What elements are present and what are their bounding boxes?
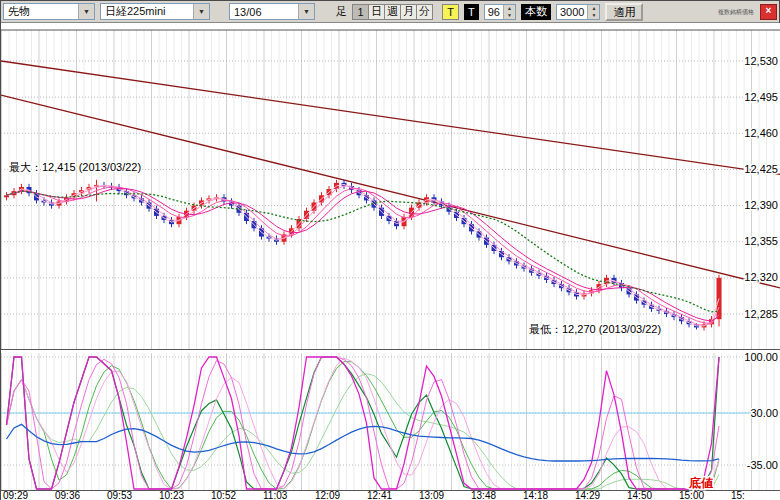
contract-month-value: 13/06 <box>234 6 262 18</box>
svg-text:12,495: 12,495 <box>744 91 778 103</box>
tick-count-value: 96 <box>485 5 503 19</box>
ma-ribbon-layer <box>7 184 720 326</box>
spin-down-icon[interactable]: ▼ <box>504 12 515 19</box>
svg-text:-35.00: -35.00 <box>747 459 778 471</box>
period-label: 足 <box>336 4 347 19</box>
svg-text:12,390: 12,390 <box>744 199 778 211</box>
green-ma-line <box>7 191 720 312</box>
dropdown-arrow-icon[interactable]: ▼ <box>298 4 314 19</box>
oscillator-layer <box>1 357 780 489</box>
period-button-minute[interactable]: 分 <box>416 4 433 20</box>
bottom-price-annotation: 底値 <box>688 476 714 490</box>
svg-text:14:18: 14:18 <box>523 490 548 500</box>
long-ma-upper <box>1 61 780 175</box>
svg-text:12,320: 12,320 <box>744 271 778 283</box>
period-button-day[interactable]: 日 <box>368 4 385 20</box>
time-axis: 09:2909:3609:5310:2310:5211:0312:0912:41… <box>3 490 745 500</box>
svg-text:15:00: 15:00 <box>679 490 704 500</box>
symbol-value: 日経225mini <box>105 4 166 19</box>
candles-layer <box>4 180 722 331</box>
tick-toggle-button[interactable]: T <box>442 4 459 20</box>
symbol-select[interactable]: 日経225mini ▼ <box>100 3 210 20</box>
toolbar-corner: 複数銘柄価格 × <box>718 4 777 20</box>
svg-text:09:53: 09:53 <box>107 490 132 500</box>
period-button-week[interactable]: 週 <box>384 4 401 20</box>
period-button-month[interactable]: 月 <box>400 4 417 20</box>
long-ma-lower <box>1 95 780 288</box>
instrument-select[interactable]: 先物 ▼ <box>3 3 95 20</box>
svg-text:12,425: 12,425 <box>744 163 778 175</box>
corner-caption: 複数銘柄価格 <box>718 9 758 15</box>
svg-text:15:: 15: <box>731 490 745 500</box>
period-button-group: 1 日 週 月 分 <box>352 4 433 20</box>
svg-text:10:52: 10:52 <box>211 490 236 500</box>
svg-text:12,460: 12,460 <box>744 127 778 139</box>
instrument-value: 先物 <box>8 4 30 19</box>
svg-text:13:48: 13:48 <box>471 490 496 500</box>
tick-count-stepper[interactable]: 96 ▲ ▼ <box>484 4 516 20</box>
min-annotation: 最低：12,270 (2013/03/22) <box>529 323 661 335</box>
period-button-1[interactable]: 1 <box>352 4 369 20</box>
svg-text:09:29: 09:29 <box>3 490 28 500</box>
chart-window: 先物 ▼ 日経225mini ▼ 13/06 ▼ 足 1 日 週 月 分 T T… <box>0 0 780 500</box>
svg-text:09:36: 09:36 <box>55 490 80 500</box>
svg-text:13:09: 13:09 <box>419 490 444 500</box>
bar-count-stepper[interactable]: 3000 ▲ ▼ <box>556 4 600 20</box>
chart-area: 12,53012,49512,46012,42512,39012,35512,3… <box>1 23 780 500</box>
svg-text:30.00: 30.00 <box>750 407 778 419</box>
spin-down-icon[interactable]: ▼ <box>588 12 599 19</box>
svg-text:10:23: 10:23 <box>159 490 184 500</box>
svg-text:12:41: 12:41 <box>367 490 392 500</box>
svg-text:12,355: 12,355 <box>744 235 778 247</box>
svg-text:11:03: 11:03 <box>263 490 288 500</box>
bar-count-label: 本数 <box>521 4 551 20</box>
apply-button[interactable]: 適用 <box>605 3 643 21</box>
price-chart-svg: 12,53012,49512,46012,42512,39012,35512,3… <box>1 23 780 500</box>
dropdown-arrow-icon[interactable]: ▼ <box>193 4 209 19</box>
stepper-arrows: ▲ ▼ <box>587 5 599 19</box>
spin-up-icon[interactable]: ▲ <box>504 5 515 12</box>
max-annotation: 最大：12,415 (2013/03/22) <box>9 161 141 173</box>
oscillator-axis: 100.0030.00-35.00 <box>744 351 778 471</box>
stepper-arrows: ▲ ▼ <box>503 5 515 19</box>
close-icon[interactable]: × <box>760 4 777 20</box>
svg-text:14:50: 14:50 <box>627 490 652 500</box>
spin-up-icon[interactable]: ▲ <box>588 5 599 12</box>
contract-month-select[interactable]: 13/06 ▼ <box>229 3 315 20</box>
toolbar: 先物 ▼ 日経225mini ▼ 13/06 ▼ 足 1 日 週 月 分 T T… <box>1 1 779 23</box>
svg-text:12,530: 12,530 <box>744 55 778 67</box>
price-axis: 12,53012,49512,46012,42512,39012,35512,3… <box>744 55 778 320</box>
oscillator-blue-line <box>7 424 720 461</box>
svg-text:100.00: 100.00 <box>744 351 778 363</box>
grid-layer <box>1 30 780 491</box>
svg-text:12:09: 12:09 <box>315 490 340 500</box>
dropdown-arrow-icon[interactable]: ▼ <box>78 4 94 19</box>
trend-ma-layer <box>1 61 780 288</box>
tick-label: T <box>464 4 479 20</box>
svg-text:14:29: 14:29 <box>575 490 600 500</box>
bar-count-value: 3000 <box>557 5 587 19</box>
svg-text:12,285: 12,285 <box>744 308 778 320</box>
